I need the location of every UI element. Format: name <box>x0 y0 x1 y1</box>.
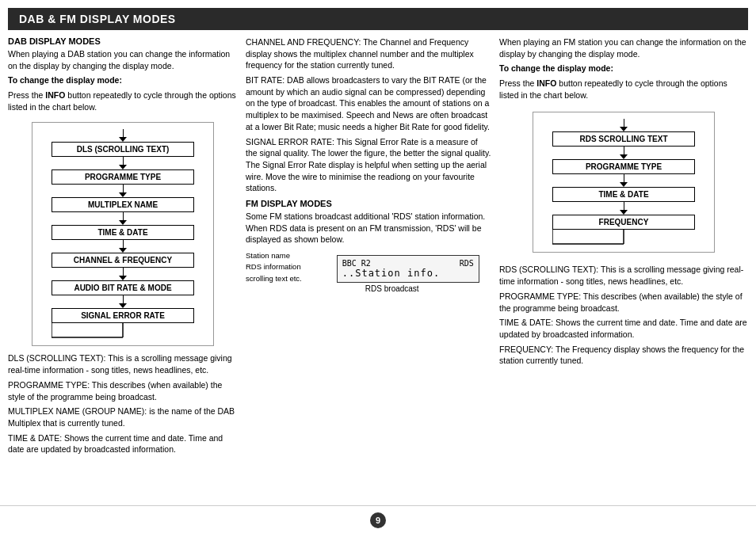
flow-box-multiplex: MULTIPLEX NAME <box>52 197 194 212</box>
rds-info-label: RDS information <box>246 261 302 272</box>
flow-box-audio: AUDIO BIT RATE & MODE <box>52 280 194 295</box>
rds-tag: RDS <box>460 259 474 268</box>
rds-caption: RDS broadcast <box>305 284 479 293</box>
dab-intro: When playing a DAB station you can chang… <box>8 48 238 71</box>
page-header: DAB & FM DISPLAY MODES <box>8 8 748 30</box>
desc-programme-left: PROGRAMME TYPE: This describes (when ava… <box>8 379 238 402</box>
rds-wrapper: Station name RDS information scrolling t… <box>246 250 491 293</box>
flow-box-channel: CHANNEL & FREQUENCY <box>52 253 194 268</box>
scrolling-label: scrolling text etc. <box>246 273 302 284</box>
rds-loop-indicator <box>552 230 695 246</box>
change-mode-label-left: To change the display mode: <box>8 74 238 86</box>
desc-time-left: TIME & DATE: Shows the current time and … <box>8 432 238 455</box>
header-title: DAB & FM DISPLAY MODES <box>19 13 176 25</box>
bit-rate-text: BIT RATE: DAB allows broadcasters to var… <box>246 74 491 132</box>
loop-indicator <box>52 323 194 339</box>
fm-intro: Some FM stations broadcast additional 'R… <box>246 211 491 246</box>
flow-box-signal: SIGNAL ERROR RATE <box>52 308 194 323</box>
info-button-right: INFO <box>536 78 556 88</box>
top-arrow <box>119 129 127 142</box>
station-name-label: Station name <box>246 250 302 261</box>
flow-box-programme: PROGRAMME TYPE <box>52 169 194 185</box>
desc-frequency-right: FREQUENCY: The Frequency display shows t… <box>499 344 748 367</box>
flow-box-time-date: TIME & DATE <box>552 187 695 202</box>
flow-box-time: TIME & DATE <box>52 225 194 240</box>
left-column: DAB DISPLAY MODES When playing a DAB sta… <box>8 36 238 501</box>
rds-flow-diagram: RDS SCROLLING TEXT PROGRAMME TYPE TIME &… <box>533 112 715 253</box>
page-wrapper: DAB & FM DISPLAY MODES DAB DISPLAY MODES… <box>0 0 756 533</box>
page-number-section: 9 <box>0 505 756 533</box>
flow-box-frequency: FREQUENCY <box>552 215 695 230</box>
signal-error-text: SIGNAL ERROR RATE: This Signal Error Rat… <box>246 136 491 194</box>
channel-freq-text: CHANNEL AND FREQUENCY: The Channel and F… <box>246 36 491 71</box>
flow-box-dls: DLS (SCROLLING TEXT) <box>52 142 194 157</box>
desc-time-right: TIME & DATE: Shows the current time and … <box>499 317 748 340</box>
fm-right-intro: When playing an FM station you can chang… <box>499 36 748 59</box>
desc-rds-right: RDS (SCROLLING TEXT): This is a scrollin… <box>499 264 748 287</box>
dab-section-title: DAB DISPLAY MODES <box>8 36 238 46</box>
main-content: DAB DISPLAY MODES When playing a DAB sta… <box>0 36 756 501</box>
rds-info-display: ..Station info. <box>342 268 474 279</box>
right-column: When playing an FM station you can chang… <box>499 36 748 501</box>
rds-broadcast-display: BBC R2 RDS ..Station info. <box>337 255 479 283</box>
desc-dls: DLS (SCROLLING TEXT): This is a scrollin… <box>8 352 238 375</box>
change-mode-label-right: To change the display mode: <box>499 63 748 74</box>
rds-station-name: BBC R2 <box>342 259 371 268</box>
change-mode-bold-left: To change the display mode: <box>8 75 122 85</box>
mid-column: CHANNEL AND FREQUENCY: The Channel and F… <box>246 36 491 501</box>
info-button-left: INFO <box>45 90 65 100</box>
page-number: 9 <box>370 512 386 528</box>
desc-programme-right: PROGRAMME TYPE: This describes (when ava… <box>499 291 748 314</box>
desc-multiplex: MULTIPLEX NAME (GROUP NAME): is the name… <box>8 405 238 428</box>
dab-flow-diagram: DLS (SCROLLING TEXT) PROGRAMME TYPE MULT… <box>32 122 214 346</box>
fm-section-title: FM DISPLAY MODES <box>246 199 491 208</box>
change-mode-bold-right: To change the display mode: <box>499 63 613 73</box>
flow-box-rds-scroll: RDS SCROLLING TEXT <box>552 131 695 147</box>
change-mode-instruction-left: Press the INFO button repeatedly to cycl… <box>8 89 238 112</box>
change-mode-instruction-right: Press the INFO button repeatedly to cycl… <box>499 78 748 101</box>
rds-label-col: Station name RDS information scrolling t… <box>246 250 305 284</box>
flow-box-prog-type: PROGRAMME TYPE <box>552 159 695 174</box>
